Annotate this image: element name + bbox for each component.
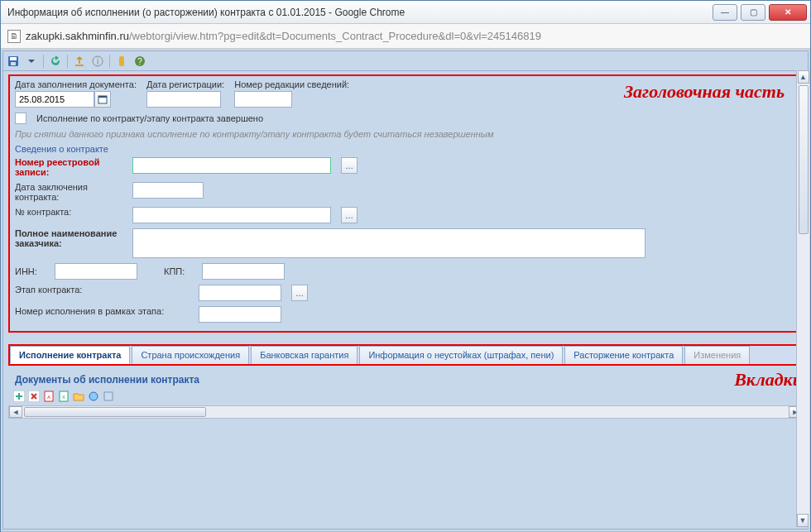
action-icon[interactable]	[88, 391, 99, 402]
lookup-icon[interactable]: …	[291, 285, 308, 301]
help-icon[interactable]: ?	[133, 55, 146, 68]
stage-label: Этап контракта:	[15, 285, 189, 295]
contract-date-input[interactable]	[132, 182, 204, 199]
tab-termination[interactable]: Расторжение контракта	[564, 346, 683, 364]
contract-section-title: Сведения о контракте	[15, 144, 796, 154]
scroll-left-icon[interactable]: ◄	[9, 406, 22, 418]
lookup-icon[interactable]: …	[341, 207, 358, 223]
contract-date-label: Дата заключения контракта:	[15, 182, 122, 202]
address-bar: 🗎 zakupki.sakhminfin.ru/webtorgi/view.ht…	[1, 24, 810, 49]
rev-num-label: Номер редакции сведений:	[234, 79, 349, 89]
minimize-button[interactable]: —	[713, 4, 737, 21]
exec-num-label: Номер исполнения в рамках этапа:	[15, 306, 189, 316]
export-icon[interactable]	[73, 55, 86, 68]
page-icon: 🗎	[7, 30, 21, 43]
h-scrollbar[interactable]: ◄ ►	[8, 405, 803, 419]
inn-input[interactable]	[55, 263, 137, 280]
folder-icon[interactable]	[73, 391, 84, 402]
titlebar: Информация об исполнении (о расторжении)…	[1, 1, 810, 24]
stage-input[interactable]	[199, 285, 281, 301]
maximize-button[interactable]: ▢	[741, 4, 765, 21]
close-button[interactable]: ✕	[769, 4, 807, 21]
window-title: Информация об исполнении (о расторжении)…	[4, 7, 713, 18]
reg-number-label: Номер реестровой записи:	[15, 157, 122, 177]
tab-strip: Исполнение контракта Страна происхождени…	[8, 344, 803, 366]
customer-name-label: Полное наименование заказчика:	[15, 228, 122, 248]
svg-point-16	[89, 392, 98, 400]
inn-label: ИНН:	[15, 266, 45, 276]
h-scroll-thumb[interactable]	[24, 407, 206, 417]
tab-bank-guarantee[interactable]: Банковская гарантия	[251, 346, 358, 364]
excel-icon[interactable]: X	[58, 391, 70, 402]
dropdown-arrow-icon[interactable]	[25, 55, 38, 68]
refresh-icon[interactable]	[49, 55, 62, 68]
reg-date-input[interactable]	[146, 91, 221, 108]
completion-checkbox[interactable]	[15, 113, 26, 124]
header-section: Заголовочная часть Дата заполнения докум…	[8, 74, 803, 333]
scroll-up-icon[interactable]: ▲	[798, 70, 809, 84]
tab-penalties[interactable]: Информация о неустойках (штрафах, пени)	[359, 346, 563, 364]
svg-text:?: ?	[137, 57, 142, 66]
reg-date-label: Дата регистрации:	[146, 79, 224, 89]
contract-num-input[interactable]	[132, 207, 331, 223]
kpp-input[interactable]	[202, 263, 285, 280]
kpp-label: КПП:	[164, 266, 192, 276]
tab-origin-country[interactable]: Страна происхождения	[132, 346, 249, 364]
save-icon[interactable]	[7, 55, 20, 68]
customer-name-input[interactable]	[132, 228, 645, 258]
lookup-icon[interactable]: …	[341, 157, 358, 174]
tab-execution[interactable]: Исполнение контракта	[10, 346, 130, 364]
svg-text:X: X	[62, 395, 65, 400]
delete-icon[interactable]	[28, 391, 40, 402]
v-scrollbar[interactable]: ▲ ▼	[796, 70, 809, 527]
completion-hint: При снятии данного признака исполнение п…	[15, 129, 796, 139]
main-panel: Заголовочная часть Дата заполнения докум…	[2, 70, 809, 530]
subsection-title: Документы об исполнении контракта	[8, 371, 206, 389]
fill-date-input[interactable]	[15, 91, 94, 108]
add-icon[interactable]	[13, 391, 25, 402]
scroll-down-icon[interactable]: ▼	[797, 514, 809, 527]
callout-tabs: Вкладки	[734, 369, 803, 391]
action2-icon[interactable]	[103, 391, 114, 402]
svg-rect-17	[104, 392, 113, 400]
svg-text:i: i	[97, 57, 98, 66]
toolbar: i ?	[2, 50, 809, 70]
contract-num-label: № контракта:	[15, 207, 122, 217]
fill-date-label: Дата заполнения документа:	[15, 79, 137, 89]
tab-changes[interactable]: Изменения	[684, 346, 750, 364]
calendar-icon[interactable]	[94, 91, 111, 108]
completion-label: Исполнение по контракту/этапу контракта …	[36, 113, 263, 123]
pdf-icon[interactable]: A	[43, 391, 55, 402]
svg-rect-1	[10, 57, 17, 60]
v-scroll-thumb[interactable]	[799, 85, 809, 234]
mini-toolbar: A X	[8, 391, 803, 402]
svg-text:A: A	[47, 395, 50, 400]
callout-header: Заголовочная часть	[624, 81, 785, 103]
rev-num-input[interactable]	[234, 91, 292, 108]
svg-rect-5	[119, 56, 124, 66]
exec-num-input[interactable]	[199, 306, 281, 323]
url-text[interactable]: zakupki.sakhminfin.ru/webtorgi/view.htm?…	[26, 30, 804, 42]
svg-rect-2	[11, 62, 16, 65]
column-icon[interactable]	[115, 55, 128, 68]
svg-rect-9	[98, 96, 107, 98]
info-icon[interactable]: i	[91, 55, 104, 68]
reg-number-input[interactable]	[132, 157, 331, 174]
